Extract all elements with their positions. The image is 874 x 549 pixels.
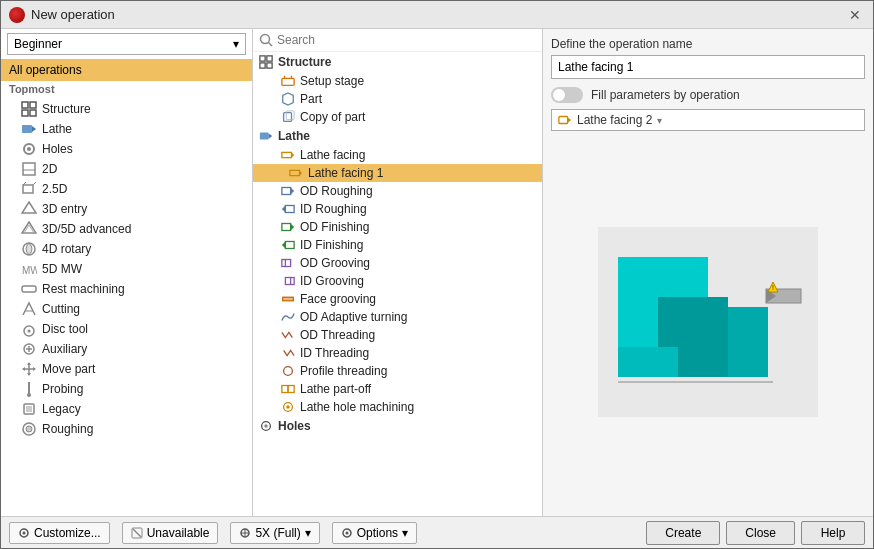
sidebar-item-holes[interactable]: Holes — [1, 139, 252, 159]
svg-marker-49 — [292, 152, 295, 157]
auxiliary-icon — [21, 341, 37, 357]
fill-params-label: Fill parameters by operation — [591, 88, 740, 102]
sidebar-item-structure[interactable]: Structure — [1, 99, 252, 119]
toggle-knob — [553, 89, 565, 101]
svg-marker-27 — [22, 367, 25, 371]
sidebar-item-3d-entry[interactable]: 3D entry — [1, 199, 252, 219]
section-lathe[interactable]: Lathe — [253, 126, 542, 146]
ops-id-grooving[interactable]: ID Grooving — [253, 272, 542, 290]
svg-marker-14 — [22, 222, 36, 233]
ops-face-grooving[interactable]: Face grooving — [253, 290, 542, 308]
5d-icon: MW — [21, 261, 37, 277]
od-grooving-icon — [281, 256, 295, 270]
svg-point-7 — [27, 147, 31, 151]
ops-lathe-partoff[interactable]: Lathe part-off — [253, 380, 542, 398]
create-button[interactable]: Create — [646, 521, 720, 545]
svg-rect-46 — [260, 133, 269, 140]
ops-profile-threading[interactable]: Profile threading — [253, 362, 542, 380]
ops-od-threading[interactable]: OD Threading — [253, 326, 542, 344]
setup-stage-icon — [281, 74, 295, 88]
holes-icon — [21, 141, 37, 157]
sidebar-item-disc[interactable]: Disc tool — [1, 319, 252, 339]
sidebar-item-4d[interactable]: 4D rotary — [1, 239, 252, 259]
ops-id-threading[interactable]: ID Threading — [253, 344, 542, 362]
main-content: Beginner ▾ All operations Topmost Struct… — [1, 29, 873, 516]
part-icon — [281, 92, 295, 106]
svg-rect-80 — [728, 307, 768, 377]
help-button[interactable]: Help — [801, 521, 865, 545]
id-finishing-icon — [281, 238, 295, 252]
svg-line-88 — [133, 529, 141, 537]
lathe-facing-icon — [281, 148, 295, 162]
fill-dropdown[interactable]: Lathe facing 2 ▾ — [551, 109, 865, 131]
ops-copy-of-part[interactable]: Copy of part — [253, 108, 542, 126]
unavailable-button[interactable]: Unavailable — [122, 522, 219, 544]
sidebar-item-move-part[interactable]: Move part — [1, 359, 252, 379]
sidebar-item-legacy[interactable]: Legacy — [1, 399, 252, 419]
fill-params-toggle[interactable] — [551, 87, 583, 103]
ops-id-roughing[interactable]: ID Roughing — [253, 200, 542, 218]
svg-marker-47 — [269, 133, 273, 138]
cutting-icon — [21, 301, 37, 317]
svg-rect-37 — [260, 56, 265, 61]
od-adaptive-icon — [281, 310, 295, 324]
ops-lathe-facing-1[interactable]: Lathe facing 1 — [253, 164, 542, 182]
ops-part[interactable]: Part — [253, 90, 542, 108]
ops-od-roughing[interactable]: OD Roughing — [253, 182, 542, 200]
ops-od-grooving[interactable]: OD Grooving — [253, 254, 542, 272]
ops-lathe-facing[interactable]: Lathe facing — [253, 146, 542, 164]
svg-rect-32 — [26, 406, 32, 412]
svg-rect-4 — [22, 125, 32, 133]
beginner-dropdown[interactable]: Beginner ▾ — [7, 33, 246, 55]
sidebar-item-roughing[interactable]: Roughing — [1, 419, 252, 439]
sidebar-item-auxiliary[interactable]: Auxiliary — [1, 339, 252, 359]
customize-button[interactable]: Customize... — [9, 522, 110, 544]
sidebar-item-5d[interactable]: MW 5D MW — [1, 259, 252, 279]
op-name-label: Define the operation name — [551, 37, 865, 51]
section-holes[interactable]: Holes — [253, 416, 542, 436]
ops-lathe-hole[interactable]: Lathe hole machining — [253, 398, 542, 416]
od-threading-icon — [281, 328, 295, 342]
op-name-input[interactable] — [551, 55, 865, 79]
svg-rect-73 — [559, 117, 568, 124]
sidebar-item-2d[interactable]: 2D — [1, 159, 252, 179]
mode-button[interactable]: 5X (Full) ▾ — [230, 522, 319, 544]
ops-id-finishing[interactable]: ID Finishing — [253, 236, 542, 254]
all-operations-item[interactable]: All operations — [1, 59, 252, 81]
preview-area: ! — [551, 135, 865, 508]
svg-marker-28 — [33, 367, 36, 371]
svg-text:MW: MW — [22, 265, 37, 276]
sidebar-item-2.5d[interactable]: 2.5D — [1, 179, 252, 199]
ops-od-adaptive[interactable]: OD Adaptive turning — [253, 308, 542, 326]
svg-marker-55 — [282, 206, 286, 213]
section-structure[interactable]: Structure — [253, 52, 542, 72]
od-finishing-icon — [281, 220, 295, 234]
svg-point-35 — [261, 35, 270, 44]
close-button[interactable]: Close — [726, 521, 795, 545]
middle-panel: Structure Setup stage Part Copy of part — [253, 29, 543, 516]
sidebar-item-lathe[interactable]: Lathe — [1, 119, 252, 139]
svg-point-34 — [26, 426, 32, 432]
svg-marker-51 — [300, 170, 303, 175]
sidebar-item-rest[interactable]: Rest machining — [1, 279, 252, 299]
svg-rect-60 — [282, 260, 291, 267]
search-input[interactable] — [277, 33, 536, 47]
rest-icon — [21, 281, 37, 297]
od-roughing-icon — [281, 184, 295, 198]
ops-setup-stage[interactable]: Setup stage — [253, 72, 542, 90]
svg-rect-56 — [282, 224, 291, 231]
ops-od-finishing[interactable]: OD Finishing — [253, 218, 542, 236]
options-button[interactable]: Options ▾ — [332, 522, 417, 544]
options-icon — [341, 527, 353, 539]
svg-marker-74 — [568, 117, 572, 122]
probing-icon — [21, 381, 37, 397]
topmost-label: Topmost — [1, 81, 252, 97]
sidebar-item-cutting[interactable]: Cutting — [1, 299, 252, 319]
svg-rect-50 — [290, 170, 300, 175]
id-roughing-icon — [281, 202, 295, 216]
svg-point-70 — [286, 405, 290, 409]
sidebar-item-probing[interactable]: Probing — [1, 379, 252, 399]
sidebar-item-3d5d[interactable]: 3D/5D advanced — [1, 219, 252, 239]
search-icon — [259, 33, 273, 47]
window-close-button[interactable]: ✕ — [845, 5, 865, 25]
